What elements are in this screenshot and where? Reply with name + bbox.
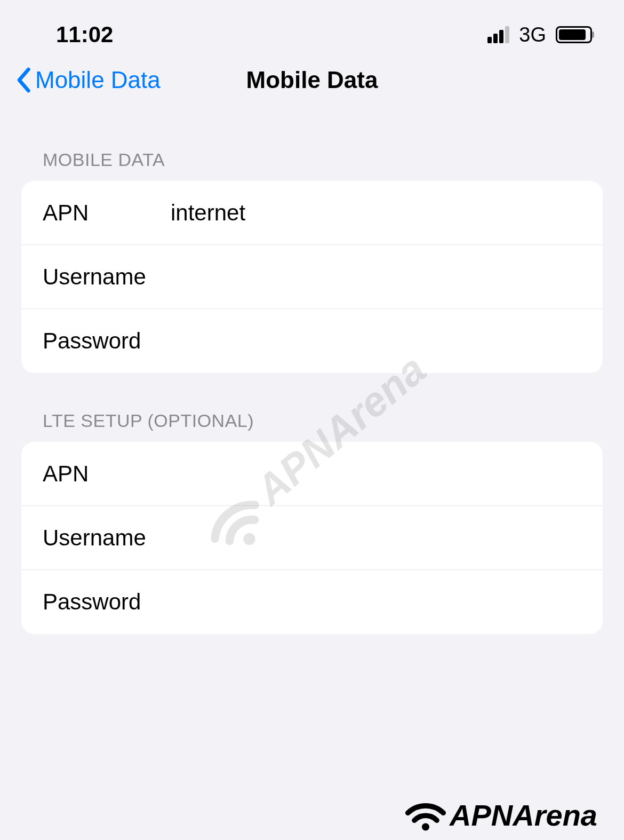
chevron-left-icon — [16, 67, 31, 93]
lte-password-label: Password — [43, 589, 171, 615]
username-input[interactable] — [171, 264, 581, 290]
status-indicators: 3G — [487, 23, 592, 46]
section-header-lte: LTE SETUP (OPTIONAL) — [0, 410, 624, 431]
list-item-lte-apn[interactable]: APN — [21, 442, 603, 506]
watermark-bottom: APNArena — [402, 795, 597, 835]
lte-username-input[interactable] — [171, 525, 581, 551]
list-group-mobile-data: APN Username Password — [21, 181, 603, 373]
status-bar: 11:02 3G — [0, 0, 624, 59]
username-label: Username — [43, 264, 171, 290]
list-item-lte-password[interactable]: Password — [21, 570, 603, 634]
battery-icon — [556, 26, 592, 43]
list-item-password[interactable]: Password — [21, 309, 603, 373]
status-time: 11:02 — [56, 22, 113, 47]
apn-label: APN — [43, 200, 171, 226]
wifi-icon — [402, 795, 450, 835]
lte-password-input[interactable] — [171, 589, 581, 615]
back-button[interactable]: Mobile Data — [16, 67, 161, 93]
password-input[interactable] — [171, 328, 581, 354]
network-type: 3G — [519, 23, 546, 46]
list-group-lte: APN Username Password — [21, 442, 603, 634]
list-item-lte-username[interactable]: Username — [21, 506, 603, 570]
signal-strength-icon — [487, 26, 509, 43]
back-label: Mobile Data — [35, 67, 161, 93]
watermark-text: APNArena — [450, 798, 597, 833]
svg-point-1 — [422, 823, 429, 831]
section-header-mobile-data: MOBILE DATA — [0, 149, 624, 170]
lte-username-label: Username — [43, 525, 171, 551]
apn-input[interactable] — [171, 200, 581, 226]
lte-apn-label: APN — [43, 461, 171, 487]
password-label: Password — [43, 328, 171, 354]
page-title: Mobile Data — [246, 67, 378, 93]
list-item-username[interactable]: Username — [21, 245, 603, 309]
list-item-apn[interactable]: APN — [21, 181, 603, 245]
lte-apn-input[interactable] — [171, 461, 581, 487]
navigation-bar: Mobile Data Mobile Data — [0, 59, 624, 107]
